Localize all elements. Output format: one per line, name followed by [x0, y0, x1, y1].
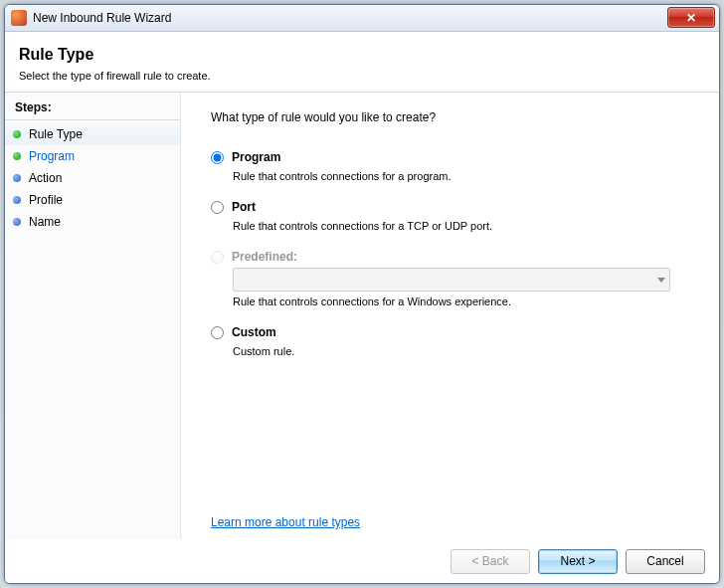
option-custom-label: Custom	[232, 325, 276, 339]
step-label: Action	[29, 171, 62, 185]
step-label: Profile	[29, 193, 63, 207]
option-port-row: Port	[211, 200, 697, 214]
rule-type-question: What type of rule would you like to crea…	[211, 110, 697, 124]
option-custom-desc: Custom rule.	[233, 345, 697, 357]
option-program-desc: Rule that controls connections for a pro…	[233, 170, 697, 182]
wizard-window: New Inbound Rule Wizard ✕ Rule Type Sele…	[4, 4, 720, 584]
step-name[interactable]: Name	[5, 211, 180, 233]
option-predefined-group: Predefined: Rule that controls connectio…	[211, 250, 697, 325]
step-label: Name	[29, 215, 61, 229]
learn-more-link[interactable]: Learn more about rule types	[211, 515, 360, 529]
firewall-icon	[11, 10, 27, 26]
wizard-header: Rule Type Select the type of firewall ru…	[5, 32, 719, 92]
steps-sidebar: Steps: Rule Type Program Action Profile …	[5, 93, 181, 539]
main-panel: What type of rule would you like to crea…	[181, 93, 719, 539]
step-rule-type[interactable]: Rule Type	[5, 123, 180, 145]
wizard-body: Steps: Rule Type Program Action Profile …	[5, 92, 719, 539]
option-predefined-desc: Rule that controls connections for a Win…	[233, 295, 697, 307]
step-label: Rule Type	[29, 127, 83, 141]
next-button[interactable]: Next >	[538, 549, 618, 574]
option-custom-radio[interactable]	[211, 326, 224, 339]
predefined-dropdown	[233, 268, 670, 292]
option-predefined-row: Predefined:	[211, 250, 697, 264]
steps-heading: Steps:	[5, 98, 180, 120]
option-custom-row: Custom	[211, 325, 697, 339]
page-title: Rule Type	[19, 46, 705, 64]
window-title: New Inbound Rule Wizard	[33, 11, 171, 25]
option-program-row: Program	[211, 150, 697, 164]
option-port-radio[interactable]	[211, 201, 224, 214]
back-button: < Back	[451, 549, 530, 574]
option-port-label: Port	[232, 200, 256, 214]
page-subtitle: Select the type of firewall rule to crea…	[19, 70, 705, 82]
title-bar[interactable]: New Inbound Rule Wizard ✕	[5, 5, 719, 32]
option-program-label: Program	[232, 150, 280, 164]
step-program[interactable]: Program	[5, 145, 180, 167]
step-bullet-icon	[13, 130, 21, 138]
step-bullet-icon	[13, 152, 21, 160]
wizard-footer: < Back Next > Cancel	[5, 539, 719, 583]
chevron-down-icon	[657, 278, 665, 283]
step-bullet-icon	[13, 218, 21, 226]
step-bullet-icon	[13, 174, 21, 182]
option-program-radio[interactable]	[211, 151, 224, 164]
step-label: Program	[29, 149, 75, 163]
step-bullet-icon	[13, 196, 21, 204]
option-predefined-radio	[211, 251, 224, 264]
close-icon: ✕	[686, 11, 696, 25]
step-action[interactable]: Action	[5, 167, 180, 189]
option-predefined-label: Predefined:	[232, 250, 297, 264]
close-button[interactable]: ✕	[667, 7, 715, 28]
step-profile[interactable]: Profile	[5, 189, 180, 211]
option-port-desc: Rule that controls connections for a TCP…	[233, 220, 697, 232]
cancel-button[interactable]: Cancel	[626, 549, 705, 574]
